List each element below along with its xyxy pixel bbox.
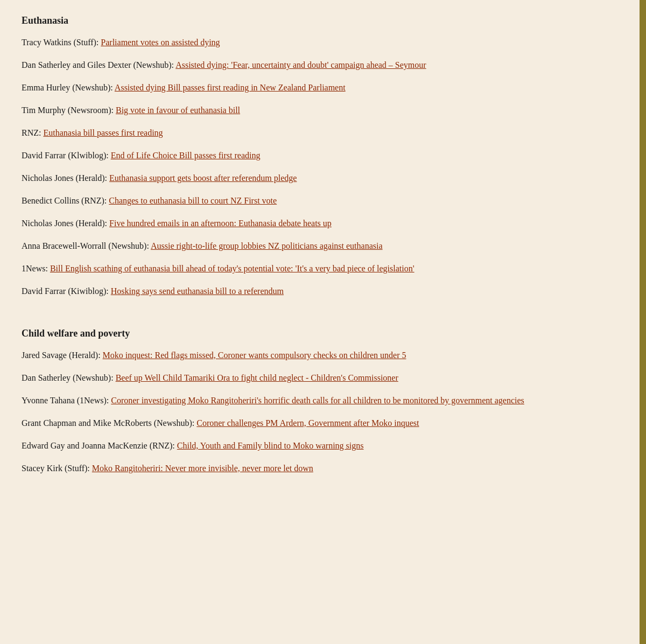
article-item-cw3: Yvonne Tahana (1News): Coroner investiga… [22, 394, 618, 407]
article-item-art7: Nicholas Jones (Herald): Euthanasia supp… [22, 172, 618, 185]
section-title-euthanasia: Euthanasia [22, 15, 618, 26]
right-border [640, 0, 646, 644]
article-link-art6[interactable]: End of Life Choice Bill passes first rea… [111, 151, 261, 160]
section-divider-0 [22, 315, 618, 328]
article-link-cw4[interactable]: Coroner challenges PM Ardern, Government… [196, 418, 419, 428]
article-item-cw4: Grant Chapman and Mike McRoberts (Newshu… [22, 417, 618, 430]
article-author-art11: 1News: [22, 264, 50, 273]
article-link-art9[interactable]: Five hundred emails in an afternoon: Eut… [109, 219, 332, 228]
article-author-cw3: Yvonne Tahana (1News): [22, 396, 111, 405]
article-link-art11[interactable]: Bill English scathing of euthanasia bill… [50, 264, 415, 273]
article-item-cw5: Edward Gay and Joanna MacKenzie (RNZ): C… [22, 439, 618, 452]
article-item-art11: 1News: Bill English scathing of euthanas… [22, 262, 618, 275]
article-author-cw6: Stacey Kirk (Stuff): [22, 464, 92, 473]
article-item-art1: Tracy Watkins (Stuff): Parliament votes … [22, 36, 618, 49]
article-link-art7[interactable]: Euthanasia support gets boost after refe… [109, 173, 297, 183]
article-link-art4[interactable]: Big vote in favour of euthanasia bill [116, 106, 240, 115]
article-link-cw1[interactable]: Moko inquest: Red flags missed, Coroner … [103, 351, 406, 360]
article-author-cw1: Jared Savage (Herald): [22, 351, 103, 360]
article-author-art8: Benedict Collins (RNZ): [22, 196, 109, 205]
article-item-art3: Emma Hurley (Newshub): Assisted dying Bi… [22, 81, 618, 94]
article-link-cw3[interactable]: Coroner investigating Moko Rangitoheriri… [111, 396, 524, 405]
article-item-cw6: Stacey Kirk (Stuff): Moko Rangitoheriri:… [22, 462, 618, 475]
page-wrapper: EuthanasiaTracy Watkins (Stuff): Parliam… [0, 0, 646, 644]
article-item-art8: Benedict Collins (RNZ): Changes to eutha… [22, 194, 618, 207]
article-link-art10[interactable]: Aussie right-to-life group lobbies NZ po… [151, 241, 383, 250]
article-item-art5: RNZ: Euthanasia bill passes first readin… [22, 127, 618, 139]
article-author-art6: David Farrar (Klwiblog): [22, 151, 111, 160]
article-link-art3[interactable]: Assisted dying Bill passes first reading… [115, 83, 346, 92]
article-item-art4: Tim Murphy (Newsroom): Big vote in favou… [22, 104, 618, 117]
article-author-art3: Emma Hurley (Newshub): [22, 83, 115, 92]
article-link-cw6[interactable]: Moko Rangitoheriri: Never more invisible… [92, 464, 313, 473]
article-author-art12: David Farrar (Kiwiblog): [22, 286, 111, 296]
content-area: EuthanasiaTracy Watkins (Stuff): Parliam… [0, 0, 640, 644]
article-link-art12[interactable]: Hosking says send euthanasia bill to a r… [111, 286, 284, 296]
article-item-art9: Nicholas Jones (Herald): Five hundred em… [22, 217, 618, 230]
article-item-art12: David Farrar (Kiwiblog): Hosking says se… [22, 285, 618, 298]
section-euthanasia: EuthanasiaTracy Watkins (Stuff): Parliam… [22, 15, 618, 298]
article-author-art4: Tim Murphy (Newsroom): [22, 106, 116, 115]
article-author-art2: Dan Satherley and Giles Dexter (Newshub)… [22, 60, 175, 69]
section-child-welfare: Child welfare and povertyJared Savage (H… [22, 328, 618, 475]
article-author-cw5: Edward Gay and Joanna MacKenzie (RNZ): [22, 441, 177, 450]
article-link-cw2[interactable]: Beef up Well Child Tamariki Ora to fight… [116, 373, 398, 382]
article-author-cw4: Grant Chapman and Mike McRoberts (Newshu… [22, 418, 196, 428]
article-author-art9: Nicholas Jones (Herald): [22, 219, 109, 228]
section-title-child-welfare: Child welfare and poverty [22, 328, 618, 339]
article-link-art8[interactable]: Changes to euthanasia bill to court NZ F… [109, 196, 277, 205]
article-author-art10: Anna Bracewell-Worrall (Newshub): [22, 241, 151, 250]
article-link-cw5[interactable]: Child, Youth and Family blind to Moko wa… [177, 441, 364, 450]
article-link-art5[interactable]: Euthanasia bill passes first reading [43, 128, 163, 137]
article-item-art2: Dan Satherley and Giles Dexter (Newshub)… [22, 59, 618, 72]
article-author-art5: RNZ: [22, 128, 43, 137]
article-link-art2[interactable]: Assisted dying: 'Fear, uncertainty and d… [175, 60, 426, 69]
article-item-art10: Anna Bracewell-Worrall (Newshub): Aussie… [22, 240, 618, 253]
article-item-art6: David Farrar (Klwiblog): End of Life Cho… [22, 149, 618, 162]
article-link-art1[interactable]: Parliament votes on assisted dying [101, 38, 220, 47]
article-item-cw1: Jared Savage (Herald): Moko inquest: Red… [22, 349, 618, 362]
article-item-cw2: Dan Satherley (Newshub): Beef up Well Ch… [22, 372, 618, 384]
article-author-cw2: Dan Satherley (Newshub): [22, 373, 116, 382]
article-author-art7: Nicholas Jones (Herald): [22, 173, 109, 183]
article-author-art1: Tracy Watkins (Stuff): [22, 38, 101, 47]
